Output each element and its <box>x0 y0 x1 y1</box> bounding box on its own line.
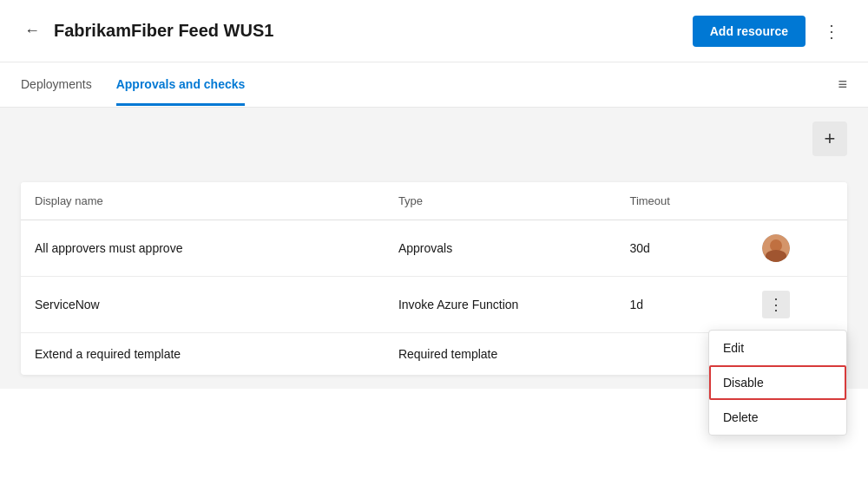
user-avatar-image <box>762 234 790 262</box>
header: ← FabrikamFiber Feed WUS1 Add resource ⋮ <box>0 0 868 62</box>
context-menu-delete[interactable]: Delete <box>709 400 846 435</box>
col-header-action <box>748 182 847 220</box>
row-1-display-name: All approvers must approve <box>21 220 385 277</box>
row-1-action <box>748 220 847 277</box>
page-title: FabrikamFiber Feed WUS1 <box>54 21 693 41</box>
back-button[interactable]: ← <box>21 18 43 43</box>
add-icon: + <box>825 128 836 150</box>
row-dots-icon: ⋮ <box>768 295 784 314</box>
more-icon: ⋮ <box>823 22 840 41</box>
tabs-bar: Deployments Approvals and checks ≡ <box>0 62 868 108</box>
row-2-action: ⋮ <box>748 277 847 333</box>
filter-button[interactable]: ≡ <box>838 75 847 94</box>
context-menu-edit[interactable]: Edit <box>709 331 846 365</box>
col-header-type: Type <box>385 182 616 220</box>
more-options-button[interactable]: ⋮ <box>816 17 847 45</box>
row-3-display-name: Extend a required template <box>21 333 385 376</box>
add-check-button[interactable]: + <box>812 121 847 156</box>
add-resource-button[interactable]: Add resource <box>693 16 806 47</box>
avatar <box>762 234 790 262</box>
row-1-type: Approvals <box>385 220 616 277</box>
filter-icon: ≡ <box>838 75 847 93</box>
back-icon: ← <box>24 22 40 40</box>
table-row: All approvers must approve Approvals 30d <box>21 220 847 277</box>
row-2-display-name: ServiceNow <box>21 277 385 333</box>
row-2-type: Invoke Azure Function <box>385 277 616 333</box>
table-row: ServiceNow Invoke Azure Function 1d ⋮ <box>21 277 847 333</box>
table-header-row: Display name Type Timeout <box>21 182 847 220</box>
row-2-more-button[interactable]: ⋮ <box>762 291 790 318</box>
page: ← FabrikamFiber Feed WUS1 Add resource ⋮… <box>0 0 868 485</box>
tab-approvals-and-checks[interactable]: Approvals and checks <box>116 65 246 106</box>
tab-deployments[interactable]: Deployments <box>21 65 92 106</box>
row-2-timeout: 1d <box>615 277 747 333</box>
col-header-display-name: Display name <box>21 182 385 220</box>
row-1-timeout: 30d <box>615 220 747 277</box>
col-header-timeout: Timeout <box>615 182 747 220</box>
context-menu-disable[interactable]: Disable <box>709 365 846 400</box>
row-3-type: Required template <box>385 333 616 376</box>
context-menu: Edit Disable Delete <box>708 330 847 436</box>
